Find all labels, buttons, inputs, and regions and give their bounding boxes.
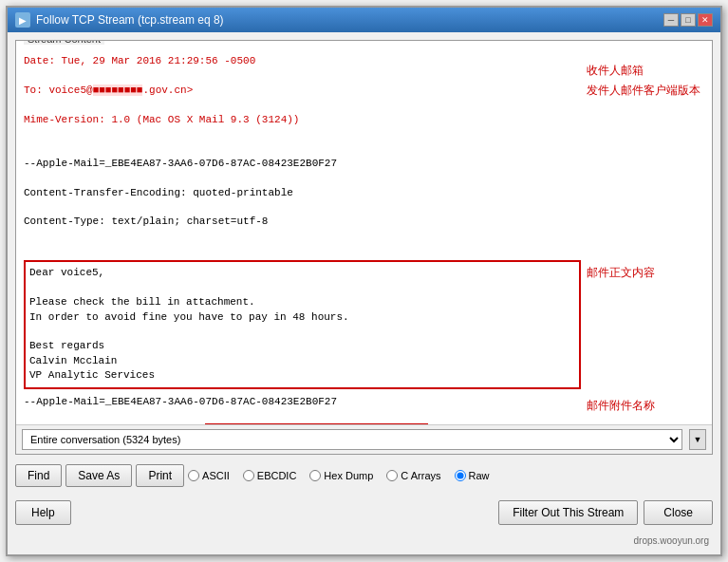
attachment-text: --Apple-Mail=_EBE4EA87-3AA6-07D6-87AC-08…: [24, 395, 581, 424]
radio-raw-label: Raw: [469, 470, 490, 481]
stream-content-group: Stream Content Date: Tue, 29 Mar 2016 21…: [15, 40, 713, 455]
radio-carrays-input[interactable]: [386, 470, 398, 481]
transfer-encoding-line: Content-Transfer-Encoding: quoted-printa…: [24, 186, 581, 200]
annotation-body: 邮件正文内容: [587, 266, 655, 282]
print-button[interactable]: Print: [136, 464, 184, 487]
help-button[interactable]: Help: [15, 500, 71, 525]
radio-hexdump-input[interactable]: [309, 470, 321, 481]
body-section: Dear voice5, Please check the bill in at…: [24, 258, 704, 390]
filter-out-button[interactable]: Filter Out This Stream: [498, 500, 638, 525]
body-line-6: VP Analytic Services: [29, 369, 155, 381]
header-text: Date: Tue, 29 Mar 2016 21:29:56 -0500 To…: [24, 54, 581, 258]
title-buttons: ─ □ ✕: [663, 13, 713, 27]
body-line-2: Please check the bill in attachment.: [29, 296, 255, 308]
close-window-button[interactable]: ✕: [698, 13, 713, 27]
window-icon: ▶: [15, 12, 30, 28]
radio-carrays-label: C Arrays: [401, 470, 440, 481]
watermark: drops.wooyun.org: [15, 534, 713, 547]
date-line: Date: Tue, 29 Mar 2016 21:29:56 -0500: [24, 54, 581, 68]
dropdown-row: Entire conversation (5324 bytes) ▼: [16, 424, 712, 454]
to-line: To: voice5@■■■■■■■■.gov.cn>: [24, 84, 581, 98]
content-type-line: Content-Type: text/plain; charset=utf-8: [24, 215, 581, 229]
body-highlight-box: Dear voice5, Please check the bill in at…: [24, 260, 581, 388]
body-line-3: In order to avoid fine you have to pay i…: [29, 311, 349, 323]
body-highlight-container: Dear voice5, Please check the bill in at…: [24, 258, 581, 390]
encoding-radio-group: ASCII EBCDIC Hex Dump C Arrays Raw: [188, 470, 713, 481]
body-line-1: Dear voice5,: [29, 267, 104, 278]
boundary-line1: --Apple-Mail=_EBE4EA87-3AA6-07D6-87AC-08…: [24, 157, 581, 171]
radio-raw-input[interactable]: [455, 470, 466, 481]
radio-ebcdic-input[interactable]: [243, 470, 254, 481]
body-line-4: Best regards: [29, 340, 104, 351]
header-section: Date: Tue, 29 Mar 2016 21:29:56 -0500 To…: [24, 54, 704, 258]
annotation-mailclient: 发件人邮件客户端版本: [587, 84, 704, 100]
annotation-recipient: 收件人邮箱: [587, 64, 704, 80]
action-buttons-right: Filter Out This Stream Close: [498, 500, 713, 525]
mime-line: Mime-Version: 1.0 (Mac OS X Mail 9.3 (31…: [24, 113, 581, 127]
window-title: Follow TCP Stream (tcp.stream eq 8): [36, 13, 224, 27]
radio-hexdump-label: Hex Dump: [324, 470, 373, 481]
content-disposition-line: Content-Disposition: inline; filename="v…: [24, 423, 581, 424]
attachment-annotation-col: 邮件附件名称: [581, 395, 704, 424]
attachment-section: --Apple-Mail=_EBE4EA87-3AA6-07D6-87AC-08…: [24, 395, 704, 424]
radio-ascii-input[interactable]: [188, 470, 199, 481]
radio-ascii[interactable]: ASCII: [188, 470, 230, 481]
body-line-5: Calvin Mcclain: [29, 355, 117, 366]
window-body: Stream Content Date: Tue, 29 Mar 2016 21…: [8, 32, 720, 554]
radio-ascii-label: ASCII: [202, 470, 230, 481]
title-bar: ▶ Follow TCP Stream (tcp.stream eq 8) ─ …: [8, 8, 720, 32]
radio-carrays[interactable]: C Arrays: [386, 470, 440, 481]
group-box-label: Stream Content: [24, 40, 104, 45]
dropdown-arrow[interactable]: ▼: [689, 429, 706, 450]
annotation-attachment-name: 邮件附件名称: [587, 399, 655, 415]
radio-raw[interactable]: Raw: [455, 470, 490, 481]
annotations-col: 收件人邮箱 发件人邮件客户端版本: [581, 54, 704, 258]
conversation-dropdown[interactable]: Entire conversation (5324 bytes): [22, 429, 682, 450]
button-row-1: Find Save As Print ASCII EBCDIC Hex Dump: [15, 460, 713, 491]
dialog-close-button[interactable]: Close: [644, 500, 713, 525]
title-bar-left: ▶ Follow TCP Stream (tcp.stream eq 8): [15, 12, 224, 28]
boundary-line2: --Apple-Mail=_EBE4EA87-3AA6-07D6-87AC-08…: [24, 395, 581, 409]
stream-content-area[interactable]: Date: Tue, 29 Mar 2016 21:29:56 -0500 To…: [16, 47, 712, 424]
save-as-button[interactable]: Save As: [65, 464, 132, 487]
find-button[interactable]: Find: [15, 464, 62, 487]
bottom-action-row: Help Filter Out This Stream Close: [15, 496, 713, 529]
minimize-button[interactable]: ─: [663, 13, 679, 27]
radio-hexdump[interactable]: Hex Dump: [309, 470, 373, 481]
radio-ebcdic-label: EBCDIC: [257, 470, 297, 481]
maximize-button[interactable]: □: [681, 13, 696, 27]
main-window: ▶ Follow TCP Stream (tcp.stream eq 8) ─ …: [6, 6, 722, 556]
body-annotation-col: 邮件正文内容: [581, 258, 704, 390]
radio-ebcdic[interactable]: EBCDIC: [243, 470, 297, 481]
